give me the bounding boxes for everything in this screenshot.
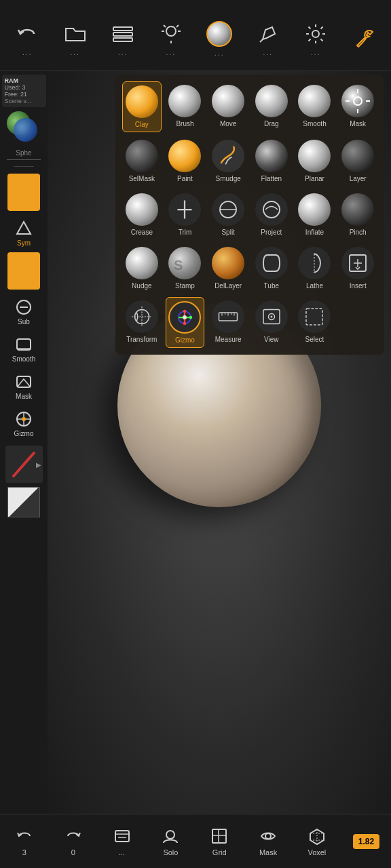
bottom-menu[interactable]: ... (109, 823, 135, 860)
stroke-preview[interactable]: ▶ (5, 446, 43, 483)
zoom-label: 1.82 (358, 837, 374, 846)
grid-label: Grid (212, 848, 227, 856)
brush-clay[interactable]: Clay (122, 81, 162, 132)
top-tool-light[interactable]: ... (155, 18, 187, 60)
brush-move[interactable]: Move (208, 81, 248, 132)
brush-select[interactable]: Select (295, 297, 335, 348)
svg-point-59 (166, 831, 174, 839)
ram-label: RAM (5, 77, 43, 84)
brush-drag[interactable]: Drag (252, 81, 291, 132)
top-undo-dots: ... (22, 49, 32, 56)
brush-gizmo[interactable]: Gizmo (166, 297, 205, 348)
brush-lathe[interactable]: Lathe (295, 243, 335, 293)
brush-paint[interactable]: Paint (166, 136, 205, 186)
brush-flatten[interactable]: Flatten (252, 136, 291, 186)
brush-layer[interactable]: Layer (338, 136, 377, 186)
color-swatch-1[interactable] (7, 174, 40, 211)
left-tool-gizmo[interactable]: Gizmo (2, 406, 46, 441)
brush-insert[interactable]: Insert (338, 243, 377, 293)
brush-planar[interactable]: Planar (295, 136, 335, 186)
top-tool-layers[interactable]: ... (107, 18, 138, 60)
gizmo-label: Gizmo (14, 430, 34, 437)
brush-dellayer[interactable]: DelLayer (208, 243, 248, 293)
top-tool-folder[interactable]: ... (60, 18, 91, 60)
svg-point-3 (166, 26, 176, 36)
left-sidebar: RAM Used: 3 Free: 21 Scene v... Sphe ---… (0, 71, 48, 814)
left-tool-sub[interactable]: Sub (2, 294, 46, 330)
expand-arrow-icon: ▶ (36, 460, 41, 468)
brush-split[interactable]: Split (208, 190, 248, 239)
brush-measure[interactable]: Measure (208, 297, 248, 348)
mask-label: Mask (259, 848, 277, 856)
svg-rect-55 (306, 309, 322, 325)
top-tool-wrench[interactable] (348, 23, 379, 54)
smooth-label: Smooth (12, 355, 35, 363)
bottom-zoom[interactable]: 1.82 (353, 834, 379, 849)
ram-info-panel[interactable]: RAM Used: 3 Free: 21 Scene v... (2, 75, 46, 107)
brush-crease[interactable]: Crease (122, 190, 162, 239)
bottom-toolbar: 3 0 ... Solo Grid (0, 814, 391, 868)
svg-rect-1 (113, 33, 132, 36)
solo-label: Solo (163, 848, 178, 856)
svg-point-45 (183, 322, 187, 326)
mask-label: Mask (16, 393, 32, 400)
top-material-dots: ... (215, 50, 224, 57)
svg-point-20 (22, 417, 26, 421)
top-tool-settings[interactable]: ... (300, 18, 331, 60)
brush-smudge[interactable]: Smudge (208, 136, 248, 186)
svg-point-27 (184, 209, 186, 211)
brush-smooth[interactable]: Smooth (295, 81, 335, 132)
svg-line-21 (14, 453, 34, 476)
svg-text:S: S (174, 258, 183, 273)
color-preview[interactable] (7, 487, 40, 517)
top-toolbar: ... ... ... ... ... (0, 0, 391, 71)
svg-rect-56 (115, 831, 129, 842)
brush-selmask[interactable]: SelMask (122, 136, 162, 186)
brush-brush[interactable]: Brush (166, 81, 205, 132)
brush-pinch[interactable]: Pinch (338, 190, 377, 239)
svg-line-9 (260, 39, 263, 42)
svg-point-63 (265, 833, 271, 839)
top-folder-dots: ... (71, 49, 80, 56)
bottom-redo[interactable]: 0 (60, 823, 86, 860)
brush-empty (338, 297, 377, 348)
left-tool-mask[interactable]: Mask (2, 368, 46, 404)
brush-project[interactable]: Project (252, 190, 291, 239)
brush-mask[interactable]: Mask (338, 81, 377, 132)
bottom-solo[interactable]: Solo (157, 823, 183, 860)
color-swatch-2[interactable] (7, 252, 40, 290)
color-ball[interactable] (7, 111, 41, 145)
bottom-voxel[interactable]: Voxel (304, 823, 330, 860)
svg-rect-60 (212, 829, 226, 843)
brush-stamp[interactable]: S Stamp (166, 243, 205, 293)
left-tool-smooth[interactable]: Smooth (2, 331, 46, 367)
top-tool-undo[interactable]: ... (12, 18, 43, 60)
brush-trim[interactable]: Trim (166, 190, 205, 239)
left-tool-sym[interactable]: Sym (2, 215, 46, 251)
brush-transform[interactable]: Transform (122, 297, 162, 348)
brush-tube[interactable]: Tube (252, 243, 291, 293)
bottom-undo[interactable]: 3 (12, 823, 37, 860)
sidebar-divider-dots: ---------- (14, 163, 34, 170)
svg-point-43 (183, 310, 187, 313)
svg-point-10 (312, 31, 319, 37)
ram-scene: Scene v... (5, 98, 43, 104)
top-tool-material[interactable]: ... (203, 18, 236, 60)
ram-free: Free: 21 (5, 91, 43, 98)
bottom-mask-eye[interactable]: Mask (255, 823, 281, 860)
top-settings-dots: ... (311, 49, 320, 56)
voxel-label: Voxel (308, 848, 326, 856)
svg-rect-2 (113, 38, 132, 41)
bottom-grid[interactable]: Grid (206, 823, 232, 860)
svg-line-8 (176, 25, 179, 27)
object-name: Sphe (16, 149, 31, 157)
top-tool-pen[interactable]: ... (253, 18, 284, 60)
top-pen-dots: ... (263, 49, 273, 56)
redo-count: 0 (71, 848, 75, 856)
brush-panel: Clay Brush Move Drag Smooth Mask (115, 75, 384, 355)
brush-nudge[interactable]: Nudge (122, 243, 162, 293)
svg-line-7 (164, 25, 166, 27)
brush-view[interactable]: View (252, 297, 291, 348)
svg-marker-11 (17, 222, 31, 234)
brush-inflate[interactable]: Inflate (295, 190, 335, 239)
